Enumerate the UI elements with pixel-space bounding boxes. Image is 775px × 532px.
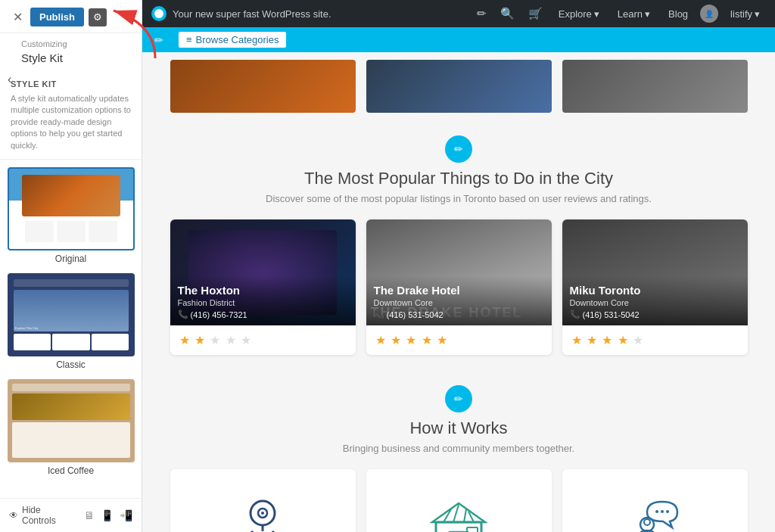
wp-logo — [151, 6, 167, 21]
star-4: ★ — [422, 334, 433, 347]
svg-line-12 — [464, 509, 466, 522]
style-kit-section: Style Kit A style kit automatically upda… — [0, 72, 142, 160]
miku-phone-row: 📞 (416) 531-5042 — [570, 310, 740, 319]
search-icon[interactable]: 🔍 — [496, 7, 518, 20]
top-nav: Your new super fast WordPress site. ✏ 🔍 … — [142, 0, 775, 27]
star-1: ★ — [179, 334, 191, 347]
cart-icon[interactable]: 🛒 — [524, 7, 546, 20]
breadcrumb: Customizing — [0, 33, 142, 51]
kit-item-original[interactable]: Original — [8, 167, 134, 264]
wp-logo-inner — [154, 9, 163, 18]
eye-icon: 👁 — [9, 510, 18, 521]
style-kit-description: A style kit automatically updates multip… — [11, 93, 131, 151]
blog-nav-item[interactable]: Blog — [662, 8, 694, 20]
top-image-3 — [562, 60, 748, 113]
style-kit-label: Style Kit — [11, 79, 131, 89]
star-3: ★ — [406, 334, 417, 347]
listing-card-hoxton[interactable]: The Hoxton Fashion District 📞 (416) 456-… — [170, 219, 356, 355]
svg-point-3 — [261, 512, 264, 515]
drake-footer: ★ ★ ★ ★ ★ — [366, 325, 552, 355]
how-card-support — [562, 469, 748, 532]
listing-card-drake[interactable]: THE DRAKE HOTEL The Drake Hotel Downtown… — [366, 219, 552, 355]
user-avatar[interactable]: 👤 — [700, 5, 718, 23]
browse-categories-label: Browse Categories — [196, 34, 279, 45]
username: listify — [730, 8, 752, 20]
device-icons: 🖥 📱 📲 — [84, 509, 132, 521]
listing-card-grid: The Hoxton Fashion District 📞 (416) 456-… — [157, 219, 760, 355]
how-section-icon-container: ✏ — [157, 385, 760, 412]
star-5: ★ — [633, 334, 644, 347]
sidebar-footer: 👁 Hide Controls 🖥 📱 📲 — [0, 498, 142, 532]
phone-icon-drake: 📞 — [374, 310, 384, 319]
explore-nav-item[interactable]: Explore ▾ — [552, 8, 605, 20]
how-it-works-grid — [157, 469, 760, 532]
popular-section-icon-container: ✏ — [157, 135, 760, 163]
hoxton-district: Fashion District — [178, 298, 348, 307]
hoxton-phone: (416) 456-7321 — [191, 310, 247, 319]
kit-name-iced-coffee: Iced Coffee — [8, 465, 134, 476]
kit-item-iced-coffee[interactable]: Iced Coffee — [8, 379, 134, 476]
miku-name: Miku Toronto — [570, 284, 740, 297]
listing-card-miku[interactable]: Miku Toronto Downtown Core 📞 (416) 531-5… — [562, 219, 748, 355]
list-icon: ≡ — [186, 34, 192, 45]
sidebar-header: ✕ Publish ⚙ — [0, 0, 142, 33]
sidebar-header-left: ✕ Publish ⚙ — [9, 8, 107, 26]
hide-controls-button[interactable]: 👁 Hide Controls — [9, 505, 73, 526]
hoxton-footer: ★ ★ ★ ★ ★ — [170, 325, 356, 355]
close-button[interactable]: ✕ — [9, 9, 26, 26]
kit-thumbnail-classic: Explore This City — [8, 273, 135, 356]
star-4: ★ — [226, 334, 237, 347]
star-1: ★ — [571, 334, 583, 347]
sidebar-title: Style Kit — [0, 51, 142, 72]
pencil-icon[interactable]: ✏ — [473, 7, 490, 20]
how-section-icon: ✏ — [445, 385, 472, 412]
top-image-1 — [170, 60, 356, 113]
browse-categories-button[interactable]: ≡ Browse Categories — [179, 32, 286, 48]
phone-icon: 📞 — [178, 310, 188, 319]
learn-nav-item[interactable]: Learn ▾ — [612, 8, 656, 20]
tablet-icon[interactable]: 📱 — [101, 509, 114, 521]
user-label[interactable]: listify ▾ — [724, 8, 766, 20]
desktop-icon[interactable]: 🖥 — [84, 509, 95, 521]
main-content: Your new super fast WordPress site. ✏ 🔍 … — [142, 0, 775, 532]
star-2: ★ — [195, 334, 206, 347]
nav-logo — [151, 6, 167, 21]
search-pin-icon — [232, 492, 293, 532]
kit-thumbnail-iced-coffee — [8, 379, 135, 462]
star-5: ★ — [437, 334, 448, 347]
store-icon — [425, 496, 493, 532]
hoxton-stars: ★ ★ ★ ★ ★ — [179, 333, 253, 347]
star-2: ★ — [391, 334, 402, 347]
sidebar: ✕ Publish ⚙ ‹ Customizing Style Kit Styl… — [0, 0, 142, 532]
hoxton-name: The Hoxton — [178, 284, 348, 297]
publish-button[interactable]: Publish — [30, 8, 84, 26]
top-image-2 — [366, 60, 552, 113]
gear-icon: ⚙ — [93, 11, 102, 23]
star-2: ★ — [587, 334, 598, 347]
popular-section: ✏ The Most Popular Things to Do in the C… — [142, 113, 775, 370]
card-overlay-miku: Miku Toronto Downtown Core 📞 (416) 531-5… — [562, 276, 748, 325]
svg-point-19 — [661, 510, 664, 513]
miku-stars: ★ ★ ★ ★ ★ — [571, 333, 645, 347]
mobile-icon[interactable]: 📲 — [120, 509, 132, 521]
hoxton-phone-row: 📞 (416) 456-7321 — [178, 310, 348, 319]
drake-phone-row: 📞 (416) 531-5042 — [374, 310, 544, 319]
star-4: ★ — [618, 334, 629, 347]
drake-name: The Drake Hotel — [374, 284, 544, 297]
miku-footer: ★ ★ ★ ★ ★ — [562, 325, 748, 355]
star-1: ★ — [375, 334, 387, 347]
card-image-miku: Miku Toronto Downtown Core 📞 (416) 531-5… — [562, 219, 748, 325]
user-chevron: ▾ — [755, 8, 760, 20]
miku-phone: (416) 531-5042 — [583, 310, 640, 319]
star-3: ★ — [210, 334, 221, 347]
settings-button[interactable]: ⚙ — [89, 8, 107, 26]
back-button[interactable]: ‹ — [8, 73, 11, 86]
how-section-title: How it Works — [157, 418, 760, 438]
how-section-subtitle: Bringing business and community members … — [157, 443, 760, 454]
svg-point-18 — [655, 510, 658, 513]
popular-section-title: The Most Popular Things to Do in the Cit… — [157, 169, 760, 188]
card-image-drake: THE DRAKE HOTEL The Drake Hotel Downtown… — [366, 219, 552, 325]
svg-rect-15 — [467, 527, 478, 532]
kit-item-classic[interactable]: Explore This City Classic — [8, 273, 134, 370]
pencil-edit-icon: ✏ — [154, 34, 163, 46]
